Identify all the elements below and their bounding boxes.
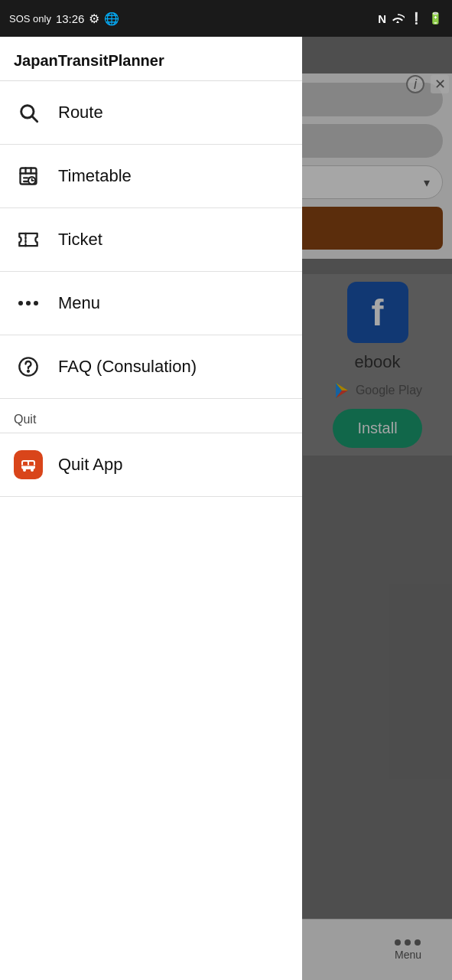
drawer-item-quit-app[interactable]: Quit App — [0, 433, 302, 497]
ticket-icon — [14, 225, 43, 254]
wifi-icon — [391, 12, 405, 25]
quit-app-icon — [14, 450, 43, 479]
battery-icon: 🔋 — [428, 11, 443, 25]
svg-rect-23 — [23, 462, 28, 466]
status-bar-right: N ❕ 🔋 — [378, 11, 443, 25]
status-time: 13:26 — [56, 12, 85, 25]
svg-point-18 — [26, 301, 31, 305]
svg-point-26 — [31, 469, 34, 472]
faq-label: FAQ (Consulation) — [58, 357, 197, 377]
svg-point-19 — [34, 301, 38, 305]
svg-point-21 — [28, 371, 29, 372]
status-bar-left: SOS only 13:26 ⚙ 🌐 — [9, 11, 119, 26]
drawer-item-timetable[interactable]: Timetable — [0, 145, 302, 208]
timetable-icon — [14, 162, 43, 191]
gear-icon: ⚙ — [89, 11, 99, 26]
svg-line-5 — [32, 116, 37, 121]
timetable-label: Timetable — [58, 166, 132, 186]
route-label: Route — [58, 103, 103, 122]
drawer-item-route[interactable]: Route — [0, 81, 302, 145]
navigation-drawer: JapanTransitPlanner Route — [0, 37, 302, 980]
quit-app-label: Quit App — [58, 455, 122, 475]
sos-text: SOS only — [9, 13, 51, 24]
nfc-icon: N — [378, 12, 386, 25]
status-bar: SOS only 13:26 ⚙ 🌐 N ❕ 🔋 — [0, 0, 452, 37]
menu-label: Menu — [58, 293, 100, 313]
svg-point-17 — [18, 301, 23, 305]
quit-section-label: Quit — [0, 399, 302, 433]
app-title: JapanTransitPlanner — [0, 37, 302, 81]
ticket-label: Ticket — [58, 230, 102, 250]
more-icon — [14, 289, 43, 318]
drawer-item-menu[interactable]: Menu — [0, 272, 302, 335]
search-icon — [14, 98, 43, 127]
drawer-item-faq[interactable]: FAQ (Consulation) — [0, 335, 302, 399]
faq-icon — [14, 352, 43, 381]
svg-point-25 — [23, 469, 26, 472]
lens-icon: 🌐 — [104, 11, 119, 26]
warning-icon: ❕ — [409, 11, 424, 25]
svg-rect-24 — [29, 462, 34, 466]
drawer-item-ticket[interactable]: Ticket — [0, 208, 302, 272]
